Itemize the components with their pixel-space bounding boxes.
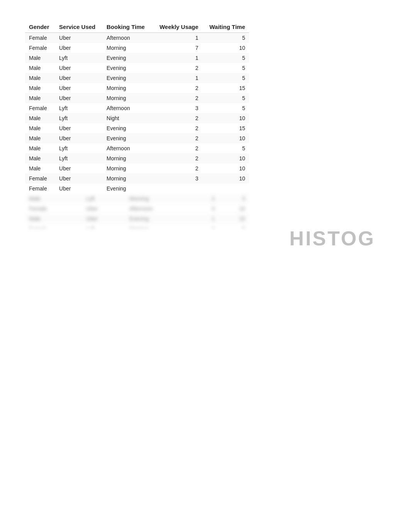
cell-booking: Evening	[125, 214, 195, 224]
cell-gender: Female	[25, 103, 55, 113]
cell-service: Lyft	[55, 113, 103, 123]
cell-booking: Evening	[103, 63, 152, 73]
cell-waiting: 5	[202, 103, 249, 113]
cell-service: Uber	[82, 204, 125, 214]
cell-gender: Male	[25, 133, 55, 143]
cell-booking: Morning	[103, 153, 152, 163]
cell-gender: Male	[25, 163, 55, 173]
cell-gender: Female	[25, 204, 82, 214]
cell-booking: Afternoon	[125, 204, 195, 214]
table-row: Male Lyft Evening 1 5	[25, 53, 249, 63]
cell-service: Uber	[55, 133, 103, 143]
table-row: Female Uber Afternoon 1 5	[25, 33, 249, 43]
cell-waiting: 10	[202, 173, 249, 184]
cell-service: Uber	[55, 43, 103, 53]
cell-waiting: 10	[202, 113, 249, 123]
cell-weekly: 3	[152, 173, 202, 184]
cell-booking: Evening	[103, 184, 152, 194]
cell-weekly: 1	[195, 214, 219, 224]
cell-waiting: 5	[202, 33, 249, 43]
cell-weekly: 2	[152, 133, 202, 143]
cell-gender: Male	[25, 194, 82, 204]
cell-gender: Male	[25, 53, 55, 63]
blurred-table-row: Female Lyft Morning 2 5	[25, 224, 249, 228]
cell-weekly: 1	[152, 33, 202, 43]
cell-weekly: 2	[195, 194, 219, 204]
cell-gender: Female	[25, 224, 82, 228]
cell-weekly: 2	[152, 83, 202, 93]
cell-waiting: 15	[202, 123, 249, 133]
cell-weekly: 3	[195, 204, 219, 214]
cell-booking: Afternoon	[103, 143, 152, 153]
cell-waiting	[202, 184, 249, 194]
cell-waiting: 5	[202, 93, 249, 103]
cell-gender: Male	[25, 214, 82, 224]
col-header-gender: Gender	[25, 21, 55, 33]
cell-waiting: 10	[202, 133, 249, 143]
cell-booking: Morning	[103, 93, 152, 103]
cell-gender: Female	[25, 184, 55, 194]
blurred-table-rows: Male Lyft Morning 2 5 Female Uber Aftern…	[25, 194, 249, 228]
cell-waiting: 10	[202, 163, 249, 173]
cell-weekly: 2	[152, 63, 202, 73]
cell-booking: Morning	[103, 83, 152, 93]
cell-gender: Male	[25, 113, 55, 123]
table-row: Male Uber Evening 2 10	[25, 133, 249, 143]
table-row: Male Uber Evening 2 15	[25, 123, 249, 133]
cell-service: Lyft	[55, 53, 103, 63]
blurred-table-row: Female Uber Afternoon 3 10	[25, 204, 249, 214]
cell-weekly: 2	[195, 224, 219, 228]
cell-weekly: 1	[152, 53, 202, 63]
table-row: Male Uber Evening 2 5	[25, 63, 249, 73]
cell-service: Lyft	[82, 194, 125, 204]
cell-waiting: 10	[219, 204, 249, 214]
table-row: Male Uber Evening 1 5	[25, 73, 249, 83]
cell-weekly: 2	[152, 153, 202, 163]
table-row: Male Uber Morning 2 10	[25, 163, 249, 173]
col-header-service: Service Used	[55, 21, 103, 33]
histog-watermark: HISTOG	[290, 227, 375, 250]
cell-service: Uber	[55, 93, 103, 103]
cell-weekly: 3	[152, 103, 202, 113]
cell-service: Lyft	[55, 143, 103, 153]
cell-service: Lyft	[82, 224, 125, 228]
data-table: Gender Service Used Booking Time Weekly …	[25, 21, 249, 194]
cell-gender: Female	[25, 173, 55, 184]
col-header-waiting: Waiting Time	[202, 21, 249, 33]
cell-waiting: 5	[202, 63, 249, 73]
table-row: Male Uber Morning 2 15	[25, 83, 249, 93]
cell-booking: Morning	[125, 194, 195, 204]
cell-service: Uber	[55, 83, 103, 93]
table-header-row: Gender Service Used Booking Time Weekly …	[25, 21, 249, 33]
cell-booking: Evening	[103, 123, 152, 133]
cell-booking: Evening	[103, 53, 152, 63]
cell-waiting: 5	[202, 143, 249, 153]
cell-gender: Male	[25, 73, 55, 83]
cell-weekly: 1	[152, 73, 202, 83]
table-row: Male Lyft Morning 2 10	[25, 153, 249, 163]
cell-waiting: 15	[202, 83, 249, 93]
cell-booking: Evening	[103, 73, 152, 83]
table-row: Female Lyft Afternoon 3 5	[25, 103, 249, 113]
blurred-table-row: Male Lyft Morning 2 5	[25, 194, 249, 204]
cell-weekly	[152, 184, 202, 194]
table-row: Female Uber Evening	[25, 184, 249, 194]
cell-gender: Male	[25, 93, 55, 103]
cell-service: Lyft	[55, 153, 103, 163]
table-row: Male Lyft Afternoon 2 5	[25, 143, 249, 153]
data-table-container: Gender Service Used Booking Time Weekly …	[25, 21, 249, 228]
cell-waiting: 15	[219, 214, 249, 224]
cell-booking: Morning	[125, 224, 195, 228]
cell-gender: Male	[25, 123, 55, 133]
cell-gender: Male	[25, 63, 55, 73]
cell-weekly: 2	[152, 123, 202, 133]
table-row: Female Uber Morning 3 10	[25, 173, 249, 184]
cell-gender: Male	[25, 83, 55, 93]
cell-waiting: 5	[219, 194, 249, 204]
cell-booking: Afternoon	[103, 33, 152, 43]
cell-service: Uber	[55, 163, 103, 173]
cell-service: Uber	[55, 173, 103, 184]
table-row: Male Uber Morning 2 5	[25, 93, 249, 103]
blurred-table-row: Male Uber Evening 1 15	[25, 214, 249, 224]
cell-booking: Evening	[103, 133, 152, 143]
